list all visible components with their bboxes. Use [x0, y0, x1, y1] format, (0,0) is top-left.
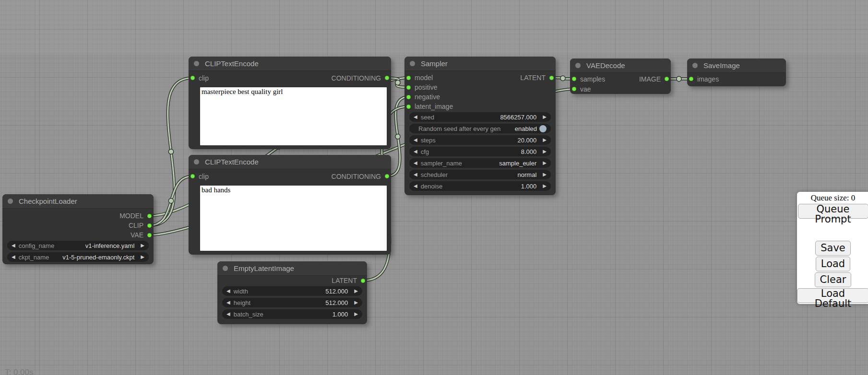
clip-input-slot[interactable]: clip	[190, 74, 209, 82]
widget-left-arrow-icon[interactable]: ◀	[414, 149, 417, 154]
queue-prompt-button[interactable]: Queue Prompt	[798, 204, 868, 219]
LATENT-output-dot[interactable]	[549, 76, 554, 80]
node-title-bar[interactable]: EmptyLatentImage	[217, 261, 367, 276]
CLIP-output-dot[interactable]	[147, 223, 152, 228]
collapse-dot-icon[interactable]	[410, 61, 415, 66]
CONDITIONING-output-slot[interactable]: CONDITIONING	[332, 173, 389, 180]
load-default-button[interactable]: Load Default	[797, 288, 868, 303]
vae-input-slot[interactable]: vae	[572, 85, 591, 93]
node-title-bar[interactable]: CLIPTextEncode	[189, 57, 391, 71]
CONDITIONING-output-slot[interactable]: CONDITIONING	[332, 74, 389, 82]
widget-right-arrow-icon[interactable]: ▶	[354, 289, 358, 293]
vae-input-dot[interactable]	[572, 87, 576, 91]
model-input-dot[interactable]	[406, 76, 411, 80]
negative-input-slot[interactable]: negative	[406, 93, 440, 101]
widget-random-seed-after-every-gen[interactable]: Random seed after every genenabled	[409, 124, 551, 133]
node-cliptextencode[interactable]: CLIPTextEncodeclipCONDITIONING	[189, 155, 391, 255]
widget-left-arrow-icon[interactable]: ◀	[226, 289, 230, 293]
node-sampler[interactable]: SamplermodelLATENTpositivenegativelatent…	[404, 57, 556, 195]
clip-input-slot[interactable]: clip	[190, 173, 209, 180]
IMAGE-output-dot[interactable]	[665, 77, 669, 81]
widget-right-arrow-icon[interactable]: ▶	[354, 312, 358, 316]
node-title-bar[interactable]: CheckpointLoader	[2, 194, 154, 209]
input-slot-label: images	[697, 75, 719, 83]
LATENT-output-slot[interactable]: LATENT	[520, 74, 554, 82]
widget-ckpt_name[interactable]: ◀ckpt_namev1-5-pruned-emaonly.ckpt▶	[7, 252, 149, 262]
widget-left-arrow-icon[interactable]: ◀	[12, 243, 15, 248]
VAE-output-dot[interactable]	[147, 233, 152, 237]
prompt-textarea[interactable]	[200, 186, 387, 251]
prompt-textarea[interactable]	[200, 87, 387, 145]
widget-sampler_name[interactable]: ◀sampler_namesample_euler▶	[409, 158, 551, 168]
collapse-dot-icon[interactable]	[575, 63, 581, 68]
widget-left-arrow-icon[interactable]: ◀	[414, 184, 417, 188]
collapse-dot-icon[interactable]	[223, 266, 228, 271]
MODEL-output-dot[interactable]	[147, 214, 152, 218]
negative-input-dot[interactable]	[406, 95, 411, 99]
widget-right-arrow-icon[interactable]: ▶	[354, 300, 358, 305]
LATENT-output-dot[interactable]	[361, 279, 365, 283]
toggle-enabled-icon[interactable]	[539, 125, 547, 132]
collapse-dot-icon[interactable]	[8, 199, 13, 204]
clip-input-dot[interactable]	[190, 76, 195, 80]
node-emptylatentimage[interactable]: EmptyLatentImageLATENT◀width512.000▶◀hei…	[217, 261, 367, 324]
widget-seed[interactable]: ◀seed8566257.000▶	[409, 112, 551, 122]
widget-height[interactable]: ◀height512.000▶	[222, 298, 362, 307]
widget-cfg[interactable]: ◀cfg8.000▶	[409, 147, 551, 156]
widget-left-arrow-icon[interactable]: ◀	[414, 115, 417, 119]
collapse-dot-icon[interactable]	[194, 159, 199, 164]
node-title-bar[interactable]: SaveImage	[687, 59, 786, 73]
slot-row: MODEL	[2, 211, 154, 221]
widget-steps[interactable]: ◀steps20.000▶	[409, 135, 551, 145]
widget-left-arrow-icon[interactable]: ◀	[226, 312, 230, 316]
node-checkpointloader[interactable]: CheckpointLoaderMODELCLIPVAE◀config_name…	[2, 194, 154, 264]
widget-batch_size[interactable]: ◀batch_size1.000▶	[222, 309, 362, 319]
node-title-bar[interactable]: CLIPTextEncode	[189, 155, 391, 169]
widget-left-arrow-icon[interactable]: ◀	[226, 300, 230, 305]
LATENT-output-slot[interactable]: LATENT	[332, 277, 365, 284]
widget-right-arrow-icon[interactable]: ▶	[141, 255, 144, 259]
widget-right-arrow-icon[interactable]: ▶	[543, 149, 547, 154]
widget-right-arrow-icon[interactable]: ▶	[543, 172, 547, 177]
node-graph[interactable]: CheckpointLoaderMODELCLIPVAE◀config_name…	[0, 0, 868, 375]
positive-input-dot[interactable]	[406, 85, 411, 90]
latent_image-input-slot[interactable]: latent_image	[406, 103, 453, 110]
widget-denoise[interactable]: ◀denoise1.000▶	[409, 181, 551, 191]
CLIP-output-slot[interactable]: CLIP	[129, 222, 152, 229]
VAE-output-slot[interactable]: VAE	[131, 231, 152, 239]
widget-scheduler[interactable]: ◀schedulernormal▶	[409, 170, 551, 179]
positive-input-slot[interactable]: positive	[406, 83, 437, 91]
samples-input-dot[interactable]	[572, 77, 576, 81]
widget-left-arrow-icon[interactable]: ◀	[414, 138, 417, 142]
clip-input-dot[interactable]	[190, 174, 195, 178]
images-input-slot[interactable]: images	[689, 75, 719, 83]
clear-button[interactable]: Clear	[815, 272, 852, 287]
samples-input-slot[interactable]: samples	[572, 75, 605, 83]
load-button[interactable]: Load	[816, 257, 850, 271]
IMAGE-output-slot[interactable]: IMAGE	[639, 75, 669, 83]
widget-config_name[interactable]: ◀config_namev1-inference.yaml▶	[7, 241, 149, 250]
widget-left-arrow-icon[interactable]: ◀	[414, 161, 417, 165]
CONDITIONING-output-dot[interactable]	[385, 76, 389, 80]
widget-right-arrow-icon[interactable]: ▶	[543, 184, 547, 188]
latent_image-input-dot[interactable]	[406, 105, 411, 109]
node-saveimage[interactable]: SaveImageimages	[687, 59, 786, 86]
widget-width[interactable]: ◀width512.000▶	[222, 286, 362, 296]
model-input-slot[interactable]: model	[406, 74, 433, 82]
save-button[interactable]: Save	[815, 241, 851, 256]
collapse-dot-icon[interactable]	[692, 63, 698, 68]
widget-right-arrow-icon[interactable]: ▶	[141, 243, 144, 248]
CONDITIONING-output-dot[interactable]	[385, 174, 389, 178]
node-title-bar[interactable]: Sampler	[404, 57, 556, 71]
collapse-dot-icon[interactable]	[194, 61, 199, 66]
MODEL-output-slot[interactable]: MODEL	[119, 212, 152, 220]
widget-right-arrow-icon[interactable]: ▶	[543, 138, 547, 142]
images-input-dot[interactable]	[689, 77, 693, 81]
node-vaedecode[interactable]: VAEDecodesamplesIMAGEvae	[570, 59, 671, 94]
widget-right-arrow-icon[interactable]: ▶	[543, 161, 547, 165]
node-cliptextencode[interactable]: CLIPTextEncodeclipCONDITIONING	[189, 57, 391, 149]
widget-right-arrow-icon[interactable]: ▶	[543, 115, 547, 119]
node-title-bar[interactable]: VAEDecode	[570, 59, 671, 73]
widget-left-arrow-icon[interactable]: ◀	[12, 255, 15, 259]
widget-left-arrow-icon[interactable]: ◀	[414, 172, 417, 177]
